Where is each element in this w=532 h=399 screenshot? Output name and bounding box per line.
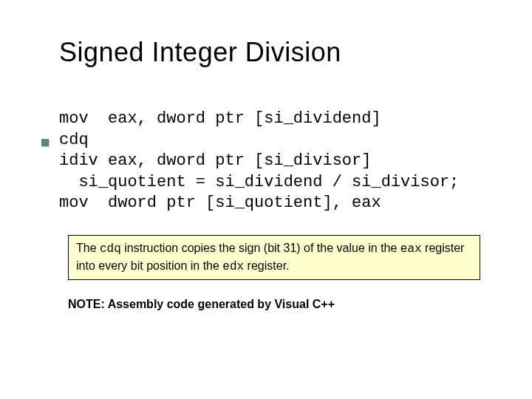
callout-text-2: instruction copies the sign (bit 31) of … <box>121 242 400 254</box>
slide-title: Signed Integer Division <box>59 37 341 67</box>
callout-text-4: register. <box>244 259 289 272</box>
code-line-4: si_quotient = si_dividend / si_divisor; <box>59 173 459 191</box>
code-block: mov eax, dword ptr [si_dividend] cdq idi… <box>59 109 502 214</box>
title-area: Signed Integer Division <box>59 37 502 68</box>
callout-mono-cdq: cdq <box>100 242 121 256</box>
code-line-3: idiv eax, dword ptr [si_divisor] <box>59 151 371 170</box>
callout-mono-edx: edx <box>222 260 244 273</box>
callout-mono-eax: eax <box>400 242 422 256</box>
code-line-1: mov eax, dword ptr [si_dividend] <box>59 109 381 128</box>
bullet-icon <box>41 139 49 146</box>
code-line-5: mov dword ptr [si_quotient], eax <box>59 194 381 212</box>
callout-text-1: The <box>76 242 100 254</box>
callout-box: The cdq instruction copies the sign (bit… <box>68 235 480 280</box>
code-line-2: cdq <box>59 131 89 149</box>
note-text: NOTE: Assembly code generated by Visual … <box>68 298 502 311</box>
slide: Signed Integer Division mov eax, dword p… <box>0 0 532 399</box>
